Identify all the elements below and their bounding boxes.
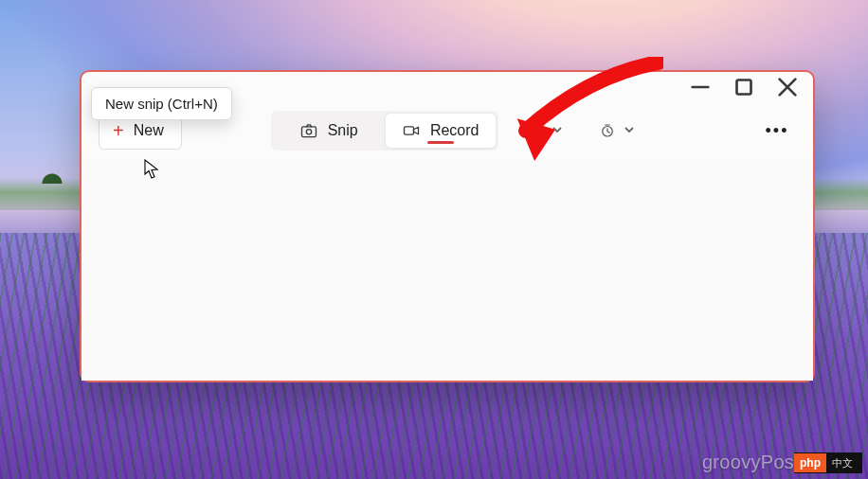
window-controls bbox=[678, 72, 809, 102]
annotation-arrow bbox=[474, 57, 663, 174]
video-camera-icon bbox=[402, 121, 421, 140]
desktop-wallpaper: Snipping Tool bbox=[0, 0, 868, 479]
more-icon: ••• bbox=[766, 121, 789, 141]
close-icon bbox=[778, 78, 797, 97]
new-button-tooltip: New snip (Ctrl+N) bbox=[91, 87, 232, 120]
watermark-text: groovyPost bbox=[702, 452, 800, 473]
mouse-cursor bbox=[144, 159, 161, 184]
badge-brand: php bbox=[794, 453, 826, 472]
camera-icon bbox=[299, 121, 318, 140]
svg-rect-4 bbox=[301, 127, 316, 137]
maximize-button[interactable] bbox=[722, 72, 766, 102]
snip-tab-label: Snip bbox=[328, 122, 358, 139]
capture-canvas bbox=[81, 157, 813, 381]
more-button[interactable]: ••• bbox=[758, 121, 796, 141]
svg-rect-6 bbox=[404, 127, 413, 134]
record-tab-label: Record bbox=[430, 122, 479, 139]
svg-point-5 bbox=[306, 130, 311, 134]
snip-tab[interactable]: Snip bbox=[273, 113, 385, 149]
site-badge: php 中文 bbox=[794, 452, 862, 473]
maximize-icon bbox=[734, 78, 753, 97]
minimize-button[interactable] bbox=[678, 72, 722, 102]
new-button-label: New bbox=[134, 122, 164, 139]
tooltip-text: New snip (Ctrl+N) bbox=[105, 96, 218, 112]
svg-rect-1 bbox=[737, 80, 751, 95]
mode-segmented-control: Snip Record bbox=[271, 111, 498, 151]
minimize-icon bbox=[691, 78, 710, 97]
close-button[interactable] bbox=[766, 72, 809, 102]
badge-cn: 中文 bbox=[826, 456, 859, 470]
